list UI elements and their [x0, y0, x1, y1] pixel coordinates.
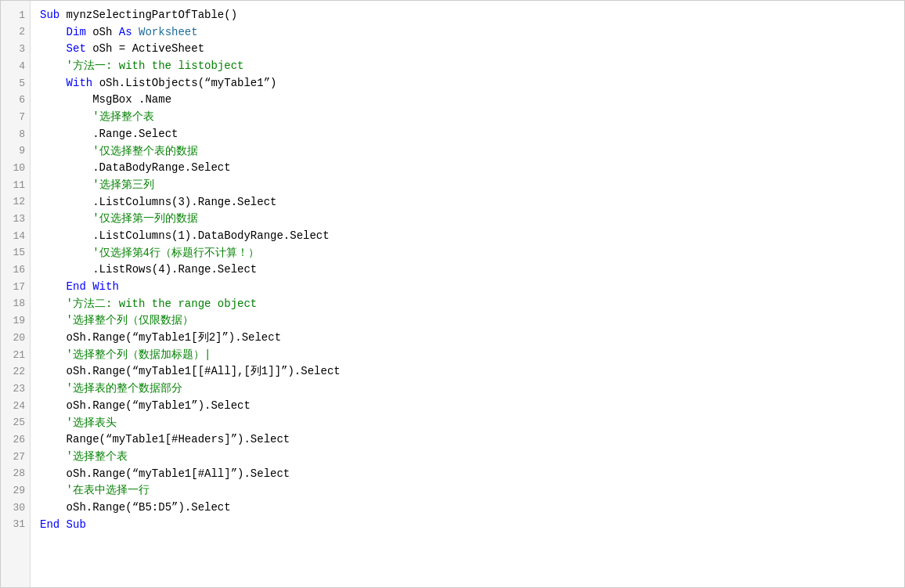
identifier-token: oSh.Range( [67, 330, 132, 347]
keyword-token: As [119, 24, 139, 41]
comment-token: '选择整个列（仅限数据） [67, 312, 193, 330]
identifier-token: “B5:D5” [132, 500, 178, 517]
code-line: '方法一: with the listobject [40, 58, 895, 75]
code-content[interactable]: Sub mynzSelectingPartOfTable() Dim oSh A… [31, 1, 904, 587]
identifier-token: Range( [67, 431, 106, 449]
comment-token: '选择表头 [67, 415, 117, 432]
identifier-token: .Range.Select [92, 126, 178, 143]
code-line: .ListColumns(1).DataBodyRange.Select [40, 228, 895, 245]
line-number: 19 [7, 312, 25, 330]
line-number: 28 [7, 466, 25, 483]
code-line: Dim oSh As Worksheet [40, 24, 895, 41]
identifier-token [40, 381, 67, 398]
identifier-token: oSh.ListObjects( [99, 75, 204, 92]
identifier-token [40, 211, 92, 228]
identifier-token [40, 466, 67, 483]
code-line: '选择第三列 [40, 177, 895, 194]
identifier-token: ).Select [287, 363, 340, 381]
identifier-token [40, 41, 67, 58]
code-line: Set oSh = ActiveSheet [40, 41, 895, 58]
type-token: Worksheet [139, 24, 198, 41]
line-number: 13 [7, 211, 25, 228]
identifier-token: “myTable1[[#All],[列1]]” [132, 363, 288, 381]
identifier-token [40, 415, 67, 432]
line-number: 23 [7, 381, 25, 398]
identifier-token: .ListRows(4).Range.Select [92, 262, 257, 279]
code-line: '选择整个列（数据加标题）| [40, 347, 895, 364]
identifier-token [40, 431, 67, 449]
code-line: oSh.Range(“myTable1[列2]”).Select [40, 330, 895, 347]
line-number: 25 [7, 415, 25, 432]
identifier-token [40, 24, 67, 41]
line-number: 30 [7, 500, 25, 517]
identifier-token [40, 330, 67, 347]
code-line: '方法二: with the range object [40, 296, 895, 313]
line-number: 24 [7, 398, 25, 415]
code-line: '仅选择第4行（标题行不计算！） [40, 245, 895, 262]
code-line: .DataBodyRange.Select [40, 160, 895, 177]
code-line: '选择整个表 [40, 109, 895, 126]
line-number: 20 [7, 330, 25, 347]
identifier-token [40, 347, 67, 364]
identifier-token [40, 482, 67, 500]
identifier-token: “myTable1” [132, 398, 198, 415]
identifier-token: “myTable1[列2]” [132, 330, 229, 347]
identifier-token: MsgBox .Name [92, 92, 171, 109]
line-number: 21 [7, 347, 25, 364]
identifier-token [40, 296, 67, 313]
identifier-token: “myTable1[#All]” [132, 466, 237, 483]
code-line: '选择表的整个数据部分 [40, 381, 895, 398]
identifier-token [40, 228, 92, 245]
code-line: oSh.Range(“myTable1[#All]”).Select [40, 466, 895, 483]
line-number: 2 [7, 24, 25, 41]
comment-token: '选择整个表 [67, 449, 128, 466]
line-number: 15 [7, 245, 25, 262]
line-number: 11 [7, 177, 25, 194]
comment-token: '在表中选择一行 [67, 482, 150, 500]
code-line: End Sub [40, 517, 895, 534]
line-number: 1 [7, 7, 25, 24]
identifier-token [40, 58, 67, 75]
keyword-token: Set [67, 41, 93, 58]
comment-token: '仅选择整个表的数据 [92, 143, 197, 161]
code-line: '选择表头 [40, 415, 895, 432]
line-number: 9 [7, 143, 25, 161]
keyword-token: With [67, 75, 99, 92]
code-line: .ListRows(4).Range.Select [40, 262, 895, 279]
identifier-token [40, 312, 67, 330]
identifier-token [40, 194, 92, 211]
code-line: oSh.Range(“myTable1[[#All],[列1]]”).Selec… [40, 363, 895, 381]
code-line: End With [40, 279, 895, 296]
identifier-token: “myTable1[#Headers]” [106, 431, 237, 449]
identifier-token: ).Select [178, 500, 230, 517]
keyword-token: Sub [40, 7, 67, 24]
identifier-token [40, 126, 92, 143]
line-number: 31 [7, 517, 25, 534]
identifier-token: ).Select [198, 398, 251, 415]
code-line: oSh.Range(“B5:D5”).Select [40, 500, 895, 517]
line-number: 4 [7, 58, 25, 75]
line-number: 12 [7, 194, 25, 211]
code-line: .Range.Select [40, 126, 895, 143]
code-line: With oSh.ListObjects(“myTable1”) [40, 75, 895, 92]
code-line: Sub mynzSelectingPartOfTable() [40, 7, 895, 24]
line-number: 26 [7, 431, 25, 449]
identifier-token: oSh.Range( [67, 466, 132, 483]
comment-token: '仅选择第一列的数据 [92, 211, 197, 228]
identifier-token [40, 398, 67, 415]
identifier-token [40, 279, 67, 296]
line-number: 22 [7, 363, 25, 381]
comment-token: '选择整个列（数据加标题）| [67, 347, 211, 364]
code-line: '仅选择整个表的数据 [40, 143, 895, 161]
line-number: 18 [7, 296, 25, 313]
keyword-token: End Sub [40, 517, 86, 534]
identifier-token [40, 245, 92, 262]
identifier-token: oSh.Range( [67, 500, 132, 517]
comment-token: '方法二: with the range object [67, 296, 258, 313]
identifier-token: .DataBodyRange.Select [92, 160, 230, 177]
keyword-token: End With [67, 279, 119, 296]
line-number: 29 [7, 482, 25, 500]
line-number: 3 [7, 41, 25, 58]
code-line: MsgBox .Name [40, 92, 895, 109]
identifier-token [40, 262, 92, 279]
